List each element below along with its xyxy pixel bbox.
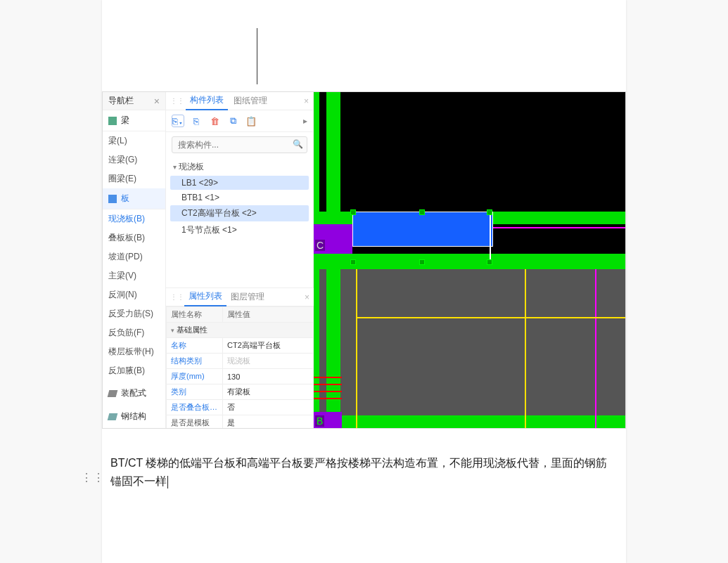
nav-item[interactable]: 反加腋(B) xyxy=(103,361,165,380)
prop-label: 结构类别 xyxy=(167,354,223,369)
tree-item[interactable]: BTB1 <1> xyxy=(170,190,309,205)
tree-group[interactable]: 现浇板 xyxy=(170,159,309,175)
text-cursor xyxy=(167,476,168,488)
tree-item[interactable]: LB1 <29> xyxy=(170,176,309,190)
prop-value[interactable]: 是 xyxy=(223,415,314,429)
component-tree: 现浇板 LB1 <29> BTB1 <1> CT2高端平台板 <2> 1号节点板… xyxy=(166,157,313,240)
nav-category-board[interactable]: 板 xyxy=(103,188,165,209)
prefab-icon xyxy=(108,390,118,397)
close-icon[interactable]: × xyxy=(154,96,160,107)
prop-value[interactable]: 130 xyxy=(223,369,314,384)
app-window: 导航栏 × 梁 梁(L) 连梁(G) 圈梁(E) 板 现浇板(B) 叠板板(B)… xyxy=(102,91,626,429)
tree-item[interactable]: CT2高端平台板 <2> xyxy=(170,205,309,221)
text-cursor xyxy=(257,28,257,84)
tab-layer-manage[interactable]: 图层管理 xyxy=(226,288,269,306)
nav-item[interactable]: 楼层板带(H) xyxy=(103,342,165,361)
prop-value[interactable]: 否 xyxy=(223,400,314,415)
prop-value[interactable]: CT2高端平台板 xyxy=(223,338,314,354)
properties-table: 属性名称属性值 基础属性 名称CT2高端平台板 结构类别现浇板 厚度(mm)13… xyxy=(166,306,314,429)
prop-label: 类别 xyxy=(167,384,223,400)
grip-icon[interactable]: ⋮⋮ xyxy=(170,293,184,301)
copy-icon[interactable]: ⎘ xyxy=(190,115,203,127)
navigator-sidebar: 导航栏 × 梁 梁(L) 连梁(G) 圈梁(E) 板 现浇板(B) 叠板板(B)… xyxy=(103,92,166,428)
prop-label: 是否是模板 xyxy=(167,415,223,429)
nav-item[interactable]: 连梁(G) xyxy=(103,150,165,169)
prop-label: 厚度(mm) xyxy=(167,369,223,384)
search-input[interactable] xyxy=(172,136,307,153)
drawing-canvas[interactable]: C B xyxy=(314,92,625,428)
delete-icon[interactable]: 🗑 xyxy=(208,115,221,127)
prop-value[interactable]: 有梁板 xyxy=(223,384,314,400)
nav-item[interactable]: 反负筋(F) xyxy=(103,323,165,342)
component-toolbar: ⎘▾ ⎘ 🗑 ⧉ 📋 ▸ xyxy=(166,110,313,132)
caption-text[interactable]: BT/CT 楼梯的低端平台板和高端平台板要严格按楼梯平法构造布置，不能用现浇板代… xyxy=(102,450,626,495)
component-panel: ⋮⋮ 构件列表 图纸管理 × ⎘▾ ⎘ 🗑 ⧉ 📋 ▸ 🔍 现浇板 LB1 <2… xyxy=(166,92,314,428)
nav-item[interactable]: 反受力筋(S) xyxy=(103,304,165,323)
nav-title: 导航栏 xyxy=(108,95,134,107)
drag-handle-icon[interactable] xyxy=(81,471,105,484)
nav-item[interactable]: 梁(L) xyxy=(103,131,165,150)
col-value: 属性值 xyxy=(223,307,314,323)
steel-icon xyxy=(108,413,118,420)
prop-group[interactable]: 基础属性 xyxy=(167,323,314,338)
nav-item[interactable]: 主梁(V) xyxy=(103,266,165,285)
new-icon[interactable]: ⎘▾ xyxy=(172,115,184,127)
nav-category-steel[interactable]: 钢结构 xyxy=(103,406,165,427)
nav-header: 导航栏 × xyxy=(103,92,165,110)
nav-cat-label: 梁 xyxy=(121,115,129,127)
nav-item[interactable]: 圈梁(E) xyxy=(103,169,165,188)
nav-item[interactable]: 现浇板(B) xyxy=(103,209,165,228)
nav-category-prefab[interactable]: 装配式 xyxy=(103,383,165,403)
nav-cat-label: 板 xyxy=(121,193,129,205)
tree-item[interactable]: 1号节点板 <1> xyxy=(170,222,309,238)
axis-label-c: C xyxy=(315,240,325,251)
nav-item[interactable]: 叠板板(B) xyxy=(103,228,165,247)
prop-label: 是否叠合板… xyxy=(167,400,223,415)
grip-icon[interactable]: ⋮⋮ xyxy=(170,97,184,105)
axis-label-b: B xyxy=(315,415,324,427)
tab-component-list[interactable]: 构件列表 xyxy=(186,91,228,110)
nav-item[interactable]: 坡道(PD) xyxy=(103,247,165,266)
prop-value[interactable]: 现浇板 xyxy=(223,354,314,369)
close-icon[interactable]: × xyxy=(305,292,309,302)
search-box: 🔍 xyxy=(172,136,307,153)
properties-panel: ⋮⋮ 属性列表 图层管理 × 属性名称属性值 基础属性 名称CT2高端平台板 结… xyxy=(166,287,314,428)
more-icon[interactable]: ▸ xyxy=(303,116,307,126)
copy2-icon[interactable]: ⧉ xyxy=(226,115,239,127)
nav-label: 钢结构 xyxy=(121,410,146,422)
paste-icon[interactable]: 📋 xyxy=(245,115,257,127)
prop-label: 名称 xyxy=(167,338,223,354)
component-tabs: ⋮⋮ 构件列表 图纸管理 × xyxy=(166,92,313,110)
board-icon xyxy=(108,195,117,203)
tab-properties[interactable]: 属性列表 xyxy=(184,287,226,306)
col-name: 属性名称 xyxy=(167,307,223,323)
beam-icon xyxy=(108,117,117,125)
search-icon[interactable]: 🔍 xyxy=(293,139,303,149)
nav-category-beam[interactable]: 梁 xyxy=(103,110,165,131)
tab-drawing-manage[interactable]: 图纸管理 xyxy=(229,92,272,110)
close-icon[interactable]: × xyxy=(304,96,309,106)
nav-item[interactable]: 反洞(N) xyxy=(103,285,165,304)
properties-tabs: ⋮⋮ 属性列表 图层管理 × xyxy=(166,288,314,306)
nav-label: 装配式 xyxy=(121,387,146,399)
caption-content: BT/CT 楼梯的低端平台板和高端平台板要严格按楼梯平法构造布置，不能用现浇板代… xyxy=(110,457,607,487)
